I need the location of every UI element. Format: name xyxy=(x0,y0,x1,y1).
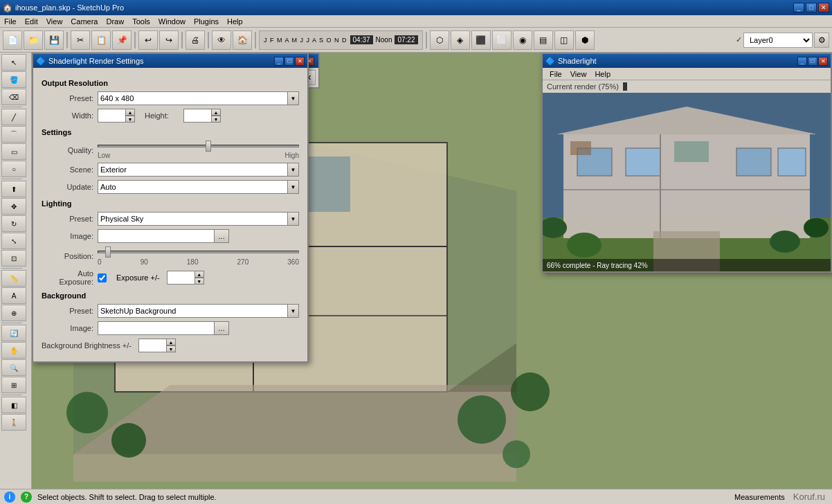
tool-btn8[interactable]: ⬢ xyxy=(575,30,595,50)
walk-tool[interactable]: 🚶 xyxy=(1,414,26,431)
push-pull-tool[interactable]: ⬆ xyxy=(1,181,26,197)
orbit-tool[interactable]: 🔄 xyxy=(1,325,26,341)
move-tool[interactable]: ✥ xyxy=(1,198,26,215)
tape-tool[interactable]: 📏 xyxy=(1,270,26,287)
select-tool[interactable]: ↖ xyxy=(1,54,26,71)
redo-button[interactable]: ↪ xyxy=(159,30,179,50)
bg-image-input[interactable] xyxy=(98,321,214,335)
offset-tool[interactable]: ⊡ xyxy=(1,250,26,267)
menu-file[interactable]: File xyxy=(0,15,21,27)
tool-btn1[interactable]: ⬡ xyxy=(430,30,449,50)
zoom-tool[interactable]: 🔍 xyxy=(1,359,26,376)
render-menu-view[interactable]: View xyxy=(566,68,591,80)
info-icon[interactable]: i xyxy=(4,492,15,503)
layer-select[interactable]: Layer0 xyxy=(743,33,813,48)
preset-dropdown-btn[interactable]: ▼ xyxy=(287,92,298,105)
position-slider-track[interactable] xyxy=(98,246,299,258)
line-tool[interactable]: ╱ xyxy=(1,109,26,125)
camera-btn1[interactable]: 👁 xyxy=(212,30,231,50)
lighting-image-input[interactable] xyxy=(98,229,214,243)
text-tool[interactable]: A xyxy=(1,287,26,304)
minimize-button[interactable]: _ xyxy=(793,3,804,12)
tool-btn2[interactable]: ◈ xyxy=(451,30,470,50)
save-button[interactable]: 💾 xyxy=(44,30,64,50)
maximize-button[interactable]: □ xyxy=(806,3,817,12)
height-down-btn[interactable]: ▼ xyxy=(211,116,221,123)
menu-draw[interactable]: Draw xyxy=(102,15,128,27)
height-up-btn[interactable]: ▲ xyxy=(211,109,221,116)
auto-exposure-checkbox[interactable] xyxy=(98,273,107,282)
pan-tool[interactable]: ✋ xyxy=(1,342,26,359)
render-menu-help[interactable]: Help xyxy=(590,68,615,80)
paint-tool[interactable]: 🪣 xyxy=(1,71,26,88)
close-button[interactable]: ✕ xyxy=(818,3,829,12)
dialog-maximize-btn[interactable]: □ xyxy=(284,57,294,66)
preset-dropdown[interactable]: 640 x 480 ▼ xyxy=(98,91,299,105)
menu-tools[interactable]: Tools xyxy=(128,15,154,27)
bg-preset-dropdown[interactable]: SketchUp Background ▼ xyxy=(98,304,299,318)
tool-btn5[interactable]: ◉ xyxy=(513,30,532,50)
exposure-up-btn[interactable]: ▲ xyxy=(195,271,204,278)
bg-browse-btn[interactable]: … xyxy=(214,321,229,335)
width-down-btn[interactable]: ▼ xyxy=(125,116,135,123)
height-input[interactable]: 480 xyxy=(183,109,211,123)
copy-button[interactable]: 📋 xyxy=(91,30,111,50)
axes-tool[interactable]: ⊕ xyxy=(1,305,26,321)
rotate-tool[interactable]: ↻ xyxy=(1,215,26,232)
lighting-browse-btn[interactable]: … xyxy=(214,229,229,243)
new-button[interactable]: 📄 xyxy=(3,30,22,50)
rect-tool[interactable]: ▭ xyxy=(1,143,26,160)
tool-btn6[interactable]: ▤ xyxy=(534,30,553,50)
tool-btn3[interactable]: ⬛ xyxy=(471,30,491,50)
height-spinner[interactable]: 480 ▲ ▼ xyxy=(183,109,221,123)
lighting-image-browse[interactable]: … xyxy=(98,229,229,243)
menu-camera[interactable]: Camera xyxy=(66,15,102,27)
open-button[interactable]: 📁 xyxy=(24,30,43,50)
update-dropdown-btn[interactable]: ▼ xyxy=(287,181,298,193)
dialog-minimize-btn[interactable]: _ xyxy=(274,57,284,66)
dialog-close-btn[interactable]: ✕ xyxy=(295,57,305,66)
bg-brightness-down-btn[interactable]: ▼ xyxy=(166,345,176,352)
render-preview-maximize-btn[interactable]: □ xyxy=(808,57,817,66)
help-icon[interactable]: ? xyxy=(21,492,32,503)
render-menu-file[interactable]: File xyxy=(545,68,566,80)
undo-button[interactable]: ↩ xyxy=(138,30,158,50)
canvas-area[interactable]: Shaderlight ✕ ▶ ⏹ ⚙ ✕ 🔷 Shaderlight Rend… xyxy=(32,53,832,504)
menu-edit[interactable]: Edit xyxy=(21,15,42,27)
exposure-input[interactable]: 0 xyxy=(167,271,195,285)
eraser-tool[interactable]: ⌫ xyxy=(1,89,26,105)
tool-btn7[interactable]: ◫ xyxy=(554,30,574,50)
bg-preset-dropdown-btn[interactable]: ▼ xyxy=(287,305,298,317)
bg-brightness-spinner[interactable]: 0 ▲ ▼ xyxy=(138,339,176,352)
menu-view[interactable]: View xyxy=(42,15,67,27)
tool-btn4[interactable]: ⬜ xyxy=(492,30,512,50)
render-preview-minimize-btn[interactable]: _ xyxy=(797,57,807,66)
section-tool[interactable]: ◧ xyxy=(1,397,26,413)
render-preview-close-btn[interactable]: ✕ xyxy=(818,57,828,66)
exposure-spinner[interactable]: 0 ▲ ▼ xyxy=(167,271,204,285)
quality-slider-thumb[interactable] xyxy=(206,141,211,152)
scene-dropdown[interactable]: Exterior ▼ xyxy=(98,163,299,177)
camera-btn2[interactable]: 🏠 xyxy=(233,30,252,50)
width-spinner[interactable]: 640 ▲ ▼ xyxy=(98,109,135,123)
width-up-btn[interactable]: ▲ xyxy=(125,109,135,116)
lighting-preset-dropdown-btn[interactable]: ▼ xyxy=(287,213,298,225)
paste-button[interactable]: 📌 xyxy=(112,30,132,50)
circle-tool[interactable]: ○ xyxy=(1,161,26,177)
scale-tool[interactable]: ⤡ xyxy=(1,233,26,249)
zoom-extents-tool[interactable]: ⊞ xyxy=(1,377,26,393)
arc-tool[interactable]: ⌒ xyxy=(1,126,26,143)
update-dropdown[interactable]: Auto ▼ xyxy=(98,180,299,194)
scene-dropdown-btn[interactable]: ▼ xyxy=(287,163,298,176)
print-button[interactable]: 🖨 xyxy=(186,30,205,50)
cut-button[interactable]: ✂ xyxy=(71,30,90,50)
quality-slider-track[interactable] xyxy=(98,141,299,152)
menu-help[interactable]: Help xyxy=(223,15,247,27)
width-input[interactable]: 640 xyxy=(98,109,125,123)
position-slider-thumb[interactable] xyxy=(105,246,111,258)
layer-options-button[interactable]: ⚙ xyxy=(814,33,829,48)
lighting-preset-dropdown[interactable]: Physical Sky ▼ xyxy=(98,212,299,226)
menu-window[interactable]: Window xyxy=(154,15,190,27)
menu-plugins[interactable]: Plugins xyxy=(190,15,223,27)
bg-brightness-input[interactable]: 0 xyxy=(138,339,166,352)
